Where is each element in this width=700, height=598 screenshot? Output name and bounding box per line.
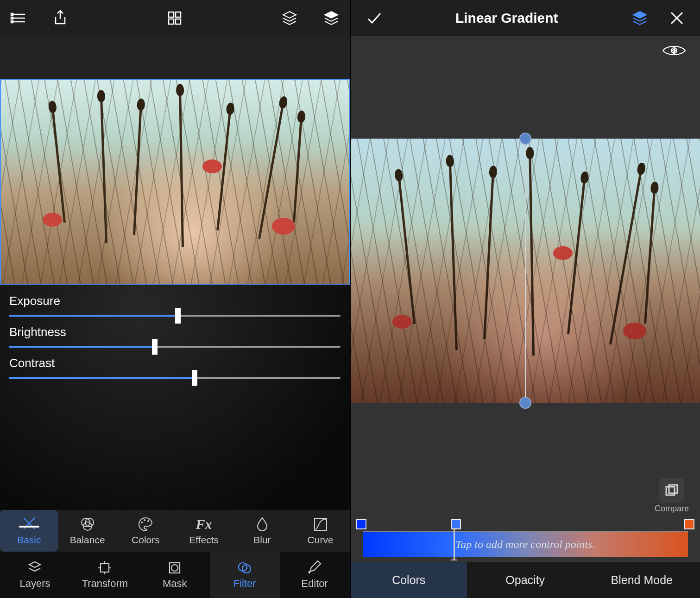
gradient-bar[interactable]: Tap to add more control points. — [363, 531, 688, 557]
tab-label: Blend Mode — [611, 573, 673, 587]
gradient-stop-0[interactable] — [356, 519, 366, 529]
filter-cat-basic[interactable]: Basic — [0, 510, 58, 552]
eye-icon[interactable] — [662, 43, 686, 60]
svg-point-15 — [141, 522, 143, 523]
right-canvas-wrap — [351, 66, 700, 475]
tab-label: Mask — [163, 578, 187, 590]
svg-rect-8 — [169, 19, 174, 24]
share-icon[interactable] — [51, 9, 69, 27]
sliders-panel: Exposure Brightness Contrast — [0, 285, 350, 510]
left-spacer — [0, 36, 350, 79]
svg-rect-6 — [169, 12, 174, 17]
compare-label: Compare — [655, 504, 689, 514]
filter-cat-label: Curve — [308, 534, 334, 546]
palette-icon — [137, 516, 154, 533]
tab-transform[interactable]: Transform — [70, 552, 140, 598]
filter-cat-balance[interactable]: Balance — [58, 510, 117, 552]
right-toolbar: Linear Gradient — [351, 0, 700, 36]
visibility-row — [351, 36, 700, 66]
compare-icon — [659, 478, 684, 503]
page-title: Linear Gradient — [455, 10, 558, 26]
venn-icon — [79, 516, 96, 533]
filter-cat-effects[interactable]: Fx Effects — [175, 510, 233, 552]
left-toolbar — [0, 0, 350, 36]
tab-editor[interactable]: Editor — [280, 552, 350, 598]
slider-label: Exposure — [9, 294, 341, 308]
drop-icon — [254, 516, 271, 533]
slider-label: Contrast — [9, 356, 341, 370]
left-canvas[interactable] — [0, 79, 350, 285]
tab-label: Editor — [301, 578, 328, 590]
filter-cat-label: Basic — [17, 534, 41, 546]
filter-cat-label: Effects — [189, 534, 219, 546]
fx-icon: Fx — [196, 516, 212, 533]
slider-exposure: Exposure — [9, 294, 341, 317]
tab-colors[interactable]: Colors — [351, 562, 467, 598]
compare-wrap: Compare — [351, 475, 700, 515]
filter-cat-blur[interactable]: Blur — [233, 510, 291, 552]
gradient-bar-handle[interactable] — [454, 528, 455, 560]
svg-point-16 — [144, 519, 145, 521]
gradient-stops-row — [356, 519, 695, 529]
tab-label: Colors — [392, 573, 425, 587]
left-canvas-wrap — [0, 79, 350, 285]
tab-blendmode[interactable]: Blend Mode — [584, 562, 700, 598]
svg-rect-9 — [176, 19, 181, 24]
filter-cat-colors[interactable]: Colors — [117, 510, 175, 552]
x-icon — [21, 516, 38, 533]
filter-cat-label: Blur — [253, 534, 271, 546]
tab-label: Opacity — [505, 573, 545, 587]
confirm-icon[interactable] — [365, 9, 383, 27]
grid-icon[interactable] — [165, 9, 184, 27]
layer-filled-icon[interactable] — [322, 9, 341, 27]
tab-label: Filter — [233, 578, 256, 590]
svg-point-17 — [147, 520, 149, 522]
gradient-axis-line[interactable] — [525, 136, 526, 406]
slider-contrast: Contrast — [9, 356, 341, 379]
svg-rect-19 — [101, 564, 109, 572]
svg-rect-7 — [176, 12, 181, 17]
gradient-editor: Tap to add more control points. — [351, 515, 700, 562]
list-icon[interactable] — [9, 9, 28, 27]
right-canvas[interactable] — [351, 139, 700, 403]
svg-point-21 — [171, 565, 178, 571]
compare-button[interactable]: Compare — [655, 478, 689, 514]
tab-filter[interactable]: Filter — [210, 552, 280, 598]
tab-layers[interactable]: Layers — [0, 552, 70, 598]
slider-exposure-track[interactable] — [9, 315, 341, 317]
slider-label: Brightness — [9, 325, 341, 339]
gradient-hint: Tap to add more control points. — [455, 538, 595, 551]
filter-category-row: Basic Balance Colors Fx Effects Blur Cur… — [0, 510, 350, 552]
filter-cat-curve[interactable]: Curve — [291, 510, 350, 552]
slider-brightness: Brightness — [9, 325, 341, 348]
gradient-handle-top[interactable] — [519, 133, 531, 145]
layer-outline-icon[interactable] — [280, 9, 299, 27]
tab-label: Layers — [19, 578, 50, 590]
left-bottom-tabs: Layers Transform Mask Filter Editor — [0, 552, 350, 598]
svg-point-29 — [671, 48, 677, 53]
curve-icon — [312, 516, 329, 533]
filter-cat-label: Balance — [70, 534, 105, 546]
close-icon[interactable] — [668, 9, 686, 27]
tab-mask[interactable]: Mask — [140, 552, 210, 598]
tab-opacity[interactable]: Opacity — [467, 562, 584, 598]
slider-brightness-track[interactable] — [9, 346, 341, 348]
gradient-handle-bottom[interactable] — [519, 397, 531, 409]
tab-label: Transform — [82, 578, 128, 590]
right-bottom-tabs: Colors Opacity Blend Mode — [351, 562, 700, 598]
gradient-stop-2[interactable] — [684, 519, 694, 529]
slider-contrast-track[interactable] — [9, 377, 341, 379]
filter-cat-label: Colors — [132, 534, 160, 546]
layer-active-icon[interactable] — [631, 9, 649, 27]
